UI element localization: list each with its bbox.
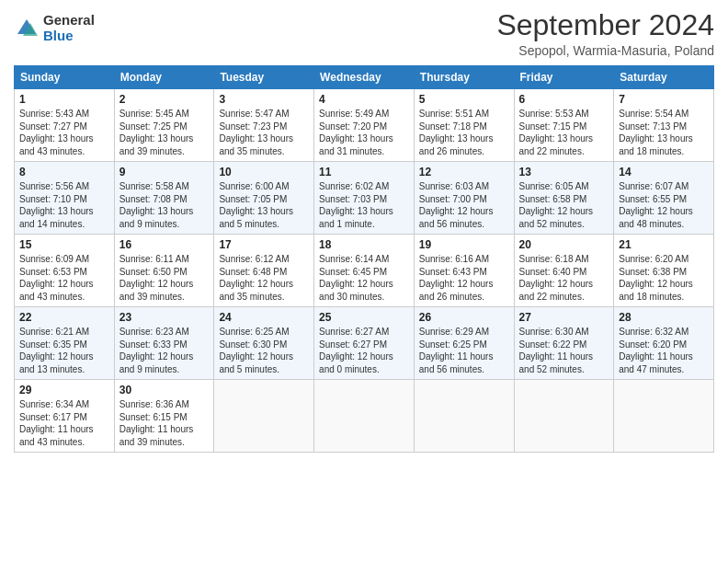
day-number: 25 bbox=[319, 311, 409, 324]
day-number: 19 bbox=[419, 238, 509, 251]
day-info: Sunrise: 5:51 AM Sunset: 7:18 PM Dayligh… bbox=[419, 108, 509, 157]
day-number: 26 bbox=[419, 311, 509, 324]
calendar-table: SundayMondayTuesdayWednesdayThursdayFrid… bbox=[14, 65, 714, 453]
day-number: 8 bbox=[19, 166, 109, 178]
calendar-cell: 5Sunrise: 5:51 AM Sunset: 7:18 PM Daylig… bbox=[414, 89, 514, 162]
calendar-cell bbox=[314, 380, 415, 453]
day-number: 16 bbox=[119, 238, 210, 251]
day-number: 28 bbox=[619, 311, 709, 324]
calendar-cell: 10Sunrise: 6:00 AM Sunset: 7:05 PM Dayli… bbox=[214, 162, 314, 235]
month-title: September 2024 bbox=[496, 9, 714, 41]
logo-text: General Blue bbox=[43, 13, 95, 43]
logo-general: General bbox=[43, 13, 95, 29]
day-info: Sunrise: 6:12 AM Sunset: 6:48 PM Dayligh… bbox=[219, 253, 309, 303]
calendar-cell: 21Sunrise: 6:20 AM Sunset: 6:38 PM Dayli… bbox=[614, 235, 714, 307]
day-info: Sunrise: 5:43 AM Sunset: 7:27 PM Dayligh… bbox=[19, 108, 109, 157]
calendar-cell: 14Sunrise: 6:07 AM Sunset: 6:55 PM Dayli… bbox=[614, 162, 714, 235]
day-number: 12 bbox=[419, 166, 509, 178]
calendar-cell: 2Sunrise: 5:45 AM Sunset: 7:25 PM Daylig… bbox=[114, 89, 214, 162]
week-row-1: 1Sunrise: 5:43 AM Sunset: 7:27 PM Daylig… bbox=[15, 89, 714, 162]
location: Sepopol, Warmia-Masuria, Poland bbox=[496, 43, 714, 58]
day-number: 20 bbox=[519, 238, 609, 251]
day-info: Sunrise: 6:18 AM Sunset: 6:40 PM Dayligh… bbox=[519, 253, 609, 303]
day-number: 27 bbox=[519, 311, 609, 324]
calendar-cell: 26Sunrise: 6:29 AM Sunset: 6:25 PM Dayli… bbox=[414, 307, 514, 380]
day-number: 2 bbox=[119, 93, 210, 106]
day-number: 13 bbox=[519, 166, 609, 178]
day-info: Sunrise: 5:58 AM Sunset: 7:08 PM Dayligh… bbox=[119, 180, 210, 230]
day-info: Sunrise: 6:21 AM Sunset: 6:35 PM Dayligh… bbox=[19, 326, 109, 375]
day-info: Sunrise: 5:56 AM Sunset: 7:10 PM Dayligh… bbox=[19, 180, 109, 230]
day-info: Sunrise: 6:07 AM Sunset: 6:55 PM Dayligh… bbox=[619, 180, 709, 230]
weekday-header-row: SundayMondayTuesdayWednesdayThursdayFrid… bbox=[15, 66, 714, 89]
day-info: Sunrise: 6:20 AM Sunset: 6:38 PM Dayligh… bbox=[619, 253, 709, 303]
day-number: 21 bbox=[619, 238, 709, 251]
weekday-header-wednesday: Wednesday bbox=[314, 66, 415, 89]
day-number: 11 bbox=[319, 166, 409, 178]
day-number: 5 bbox=[419, 93, 509, 106]
day-info: Sunrise: 6:34 AM Sunset: 6:17 PM Dayligh… bbox=[19, 398, 109, 448]
day-number: 3 bbox=[219, 93, 309, 106]
calendar-page: General Blue September 2024 Sepopol, War… bbox=[0, 0, 728, 563]
calendar-cell: 17Sunrise: 6:12 AM Sunset: 6:48 PM Dayli… bbox=[214, 235, 314, 307]
calendar-cell: 3Sunrise: 5:47 AM Sunset: 7:23 PM Daylig… bbox=[214, 89, 314, 162]
calendar-cell: 23Sunrise: 6:23 AM Sunset: 6:33 PM Dayli… bbox=[114, 307, 214, 380]
calendar-cell: 19Sunrise: 6:16 AM Sunset: 6:43 PM Dayli… bbox=[414, 235, 514, 307]
calendar-cell bbox=[514, 380, 614, 453]
calendar-cell bbox=[414, 380, 514, 453]
calendar-cell: 8Sunrise: 5:56 AM Sunset: 7:10 PM Daylig… bbox=[15, 162, 115, 235]
day-info: Sunrise: 6:14 AM Sunset: 6:45 PM Dayligh… bbox=[319, 253, 409, 303]
calendar-cell: 20Sunrise: 6:18 AM Sunset: 6:40 PM Dayli… bbox=[514, 235, 614, 307]
calendar-cell: 9Sunrise: 5:58 AM Sunset: 7:08 PM Daylig… bbox=[114, 162, 214, 235]
day-number: 6 bbox=[519, 93, 609, 106]
calendar-cell: 1Sunrise: 5:43 AM Sunset: 7:27 PM Daylig… bbox=[15, 89, 115, 162]
week-row-4: 22Sunrise: 6:21 AM Sunset: 6:35 PM Dayli… bbox=[15, 307, 714, 380]
calendar-cell: 30Sunrise: 6:36 AM Sunset: 6:15 PM Dayli… bbox=[114, 380, 214, 453]
day-info: Sunrise: 6:23 AM Sunset: 6:33 PM Dayligh… bbox=[119, 326, 210, 375]
day-info: Sunrise: 6:36 AM Sunset: 6:15 PM Dayligh… bbox=[119, 398, 210, 448]
weekday-header-friday: Friday bbox=[514, 66, 614, 89]
calendar-cell bbox=[214, 380, 314, 453]
day-info: Sunrise: 6:32 AM Sunset: 6:20 PM Dayligh… bbox=[619, 326, 709, 375]
calendar-cell: 7Sunrise: 5:54 AM Sunset: 7:13 PM Daylig… bbox=[614, 89, 714, 162]
logo-icon bbox=[14, 16, 40, 41]
day-info: Sunrise: 5:47 AM Sunset: 7:23 PM Dayligh… bbox=[219, 108, 309, 157]
weekday-header-thursday: Thursday bbox=[414, 66, 514, 89]
day-number: 15 bbox=[19, 238, 109, 251]
week-row-5: 29Sunrise: 6:34 AM Sunset: 6:17 PM Dayli… bbox=[15, 380, 714, 453]
day-info: Sunrise: 6:25 AM Sunset: 6:30 PM Dayligh… bbox=[219, 326, 309, 375]
day-info: Sunrise: 6:27 AM Sunset: 6:27 PM Dayligh… bbox=[319, 326, 409, 375]
day-info: Sunrise: 6:29 AM Sunset: 6:25 PM Dayligh… bbox=[419, 326, 509, 375]
logo-blue: Blue bbox=[43, 29, 95, 44]
calendar-cell: 4Sunrise: 5:49 AM Sunset: 7:20 PM Daylig… bbox=[314, 89, 415, 162]
day-info: Sunrise: 5:49 AM Sunset: 7:20 PM Dayligh… bbox=[319, 108, 409, 157]
calendar-cell: 27Sunrise: 6:30 AM Sunset: 6:22 PM Dayli… bbox=[514, 307, 614, 380]
week-row-2: 8Sunrise: 5:56 AM Sunset: 7:10 PM Daylig… bbox=[15, 162, 714, 235]
day-number: 18 bbox=[319, 238, 409, 251]
calendar-cell: 16Sunrise: 6:11 AM Sunset: 6:50 PM Dayli… bbox=[114, 235, 214, 307]
calendar-cell: 24Sunrise: 6:25 AM Sunset: 6:30 PM Dayli… bbox=[214, 307, 314, 380]
day-number: 24 bbox=[219, 311, 309, 324]
calendar-cell: 11Sunrise: 6:02 AM Sunset: 7:03 PM Dayli… bbox=[314, 162, 415, 235]
calendar-cell: 12Sunrise: 6:03 AM Sunset: 7:00 PM Dayli… bbox=[414, 162, 514, 235]
calendar-cell: 13Sunrise: 6:05 AM Sunset: 6:58 PM Dayli… bbox=[514, 162, 614, 235]
weekday-header-tuesday: Tuesday bbox=[214, 66, 314, 89]
day-info: Sunrise: 5:54 AM Sunset: 7:13 PM Dayligh… bbox=[619, 108, 709, 157]
day-info: Sunrise: 6:16 AM Sunset: 6:43 PM Dayligh… bbox=[419, 253, 509, 303]
weekday-header-monday: Monday bbox=[114, 66, 214, 89]
week-row-3: 15Sunrise: 6:09 AM Sunset: 6:53 PM Dayli… bbox=[15, 235, 714, 307]
day-number: 23 bbox=[119, 311, 210, 324]
day-number: 14 bbox=[619, 166, 709, 178]
day-info: Sunrise: 6:02 AM Sunset: 7:03 PM Dayligh… bbox=[319, 180, 409, 230]
day-info: Sunrise: 6:05 AM Sunset: 6:58 PM Dayligh… bbox=[519, 180, 609, 230]
calendar-cell: 29Sunrise: 6:34 AM Sunset: 6:17 PM Dayli… bbox=[15, 380, 115, 453]
day-number: 4 bbox=[319, 93, 409, 106]
day-info: Sunrise: 6:03 AM Sunset: 7:00 PM Dayligh… bbox=[419, 180, 509, 230]
calendar-cell: 6Sunrise: 5:53 AM Sunset: 7:15 PM Daylig… bbox=[514, 89, 614, 162]
day-number: 7 bbox=[619, 93, 709, 106]
header: General Blue September 2024 Sepopol, War… bbox=[14, 9, 714, 58]
logo: General Blue bbox=[14, 13, 95, 43]
day-number: 29 bbox=[19, 384, 109, 396]
day-info: Sunrise: 6:30 AM Sunset: 6:22 PM Dayligh… bbox=[519, 326, 609, 375]
title-block: September 2024 Sepopol, Warmia-Masuria, … bbox=[496, 9, 714, 58]
